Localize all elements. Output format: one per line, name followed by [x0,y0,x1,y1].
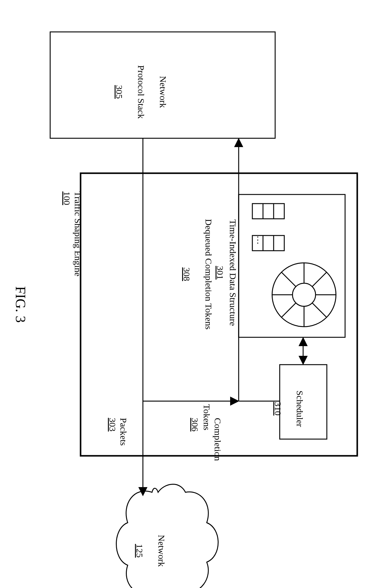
svg-line-15 [312,272,327,287]
pk-title: Packets [119,418,129,446]
svg-point-10 [292,283,316,306]
svg-line-18 [282,272,296,287]
dq-number: 308 [182,267,192,281]
ct-number: 306 [190,418,200,432]
sched-number: 310 [273,402,283,416]
tse-title: Traffic Shaping Engine [73,191,83,276]
ellipsis-label: … [244,222,277,234]
dq-title: Dequeued Completion Tokens [204,219,214,330]
sched-title: Scheduler [295,390,305,427]
nps-title: Network [158,76,168,108]
figure-caption: FIG. 3 [0,0,46,588]
completion-tokens-number: 306 [178,404,211,432]
svg-line-16 [282,303,296,317]
svg-rect-3 [252,204,284,219]
tse-number: 100 [62,191,72,205]
scheduler-label: Scheduler 310 [261,365,316,439]
fig-caption-text: FIG. 3 [13,286,28,323]
nps-number: 305 [114,85,124,99]
packets-label: Packets 303 [96,404,140,446]
svg-rect-2 [239,194,345,337]
svg-line-17 [312,303,327,317]
traffic-shaping-engine-label: Traffic Shaping Engine 100 [50,178,94,276]
pk-number: 303 [108,418,118,432]
queue-ellipsis: … [255,236,265,245]
net-number: 125 [135,544,145,558]
network-cloud-label: Network 125 [123,514,178,574]
network-protocol-stack-label: Network Protocol Stack 305 [103,32,179,138]
net-title: Network [157,535,167,567]
nps-subtitle: Protocol Stack [136,65,146,119]
dequeued-tokens-label: Dequeued Completion Tokens 308 [170,204,225,331]
diagram-canvas: Network Protocol Stack 305 Traffic Shapi… [0,0,377,588]
